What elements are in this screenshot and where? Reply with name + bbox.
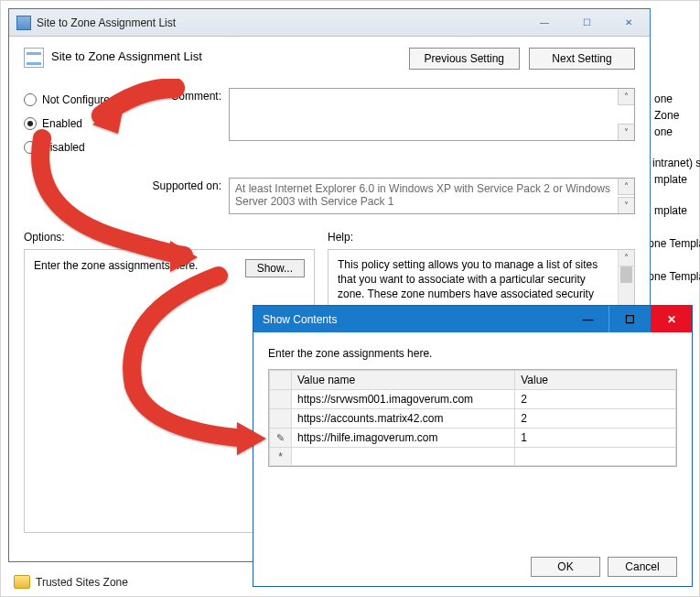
minimize-button[interactable]: —	[523, 9, 565, 36]
radio-dot-icon	[24, 93, 37, 106]
tree-item-label: Trusted Sites Zone	[36, 576, 128, 589]
modal-titlebar[interactable]: Show Contents — ☐ ✕	[253, 306, 692, 332]
new-row-icon	[278, 450, 283, 463]
tree-item-trusted-sites[interactable]: Trusted Sites Zone	[14, 575, 128, 589]
zone-grid[interactable]: Value name Value https://srvwsm001.imago…	[268, 369, 677, 467]
radio-enabled[interactable]: Enabled	[24, 112, 143, 136]
col-header-value[interactable]: Value	[515, 371, 676, 390]
comment-textarea[interactable]: ˄ ˅	[229, 88, 635, 141]
policy-icon	[24, 48, 44, 68]
bg-item: Zone	[654, 109, 679, 122]
scroll-up-icon[interactable]: ˄	[618, 89, 634, 105]
policy-title: Site to Zone Assignment List	[51, 48, 202, 63]
window-icon	[16, 16, 31, 30]
supported-on-text: At least Internet Explorer 6.0 in Window…	[229, 178, 635, 214]
bg-item: intranet) site	[652, 157, 700, 169]
table-row[interactable]: https://srvwsm001.imagoverum.com 2	[270, 390, 676, 409]
previous-setting-button[interactable]: Previous Setting	[409, 48, 520, 70]
table-row-editing[interactable]: https://hilfe.imagoverum.com 1	[270, 429, 676, 448]
cell-name[interactable]: https://hilfe.imagoverum.com	[292, 429, 515, 448]
radio-label: Disabled	[42, 141, 85, 154]
modal-instruction: Enter the zone assignments here.	[268, 347, 677, 360]
show-button[interactable]: Show...	[245, 259, 305, 277]
cell-name[interactable]: https://accounts.matrix42.com	[292, 409, 515, 429]
bg-item: mplate	[654, 173, 687, 186]
col-header-name[interactable]: Value name	[292, 371, 515, 390]
supported-on-label: Supported on:	[143, 178, 229, 192]
next-setting-button[interactable]: Next Setting	[529, 48, 635, 70]
table-row[interactable]: https://accounts.matrix42.com 2	[270, 409, 676, 429]
bg-item: mplate	[654, 204, 687, 217]
maximize-button[interactable]: ☐	[565, 9, 608, 36]
comment-label: Comment:	[143, 88, 229, 103]
titlebar[interactable]: Site to Zone Assignment List — ☐ ✕	[9, 9, 650, 37]
close-button[interactable]: ✕	[608, 9, 650, 36]
scroll-down-icon[interactable]: ˅	[618, 124, 634, 140]
ok-button[interactable]: OK	[531, 557, 600, 577]
options-text: Enter the zone assignments here.	[34, 259, 245, 272]
help-label: Help:	[328, 231, 353, 244]
radio-disabled[interactable]: Disabled	[24, 136, 143, 159]
bg-item: one	[654, 92, 673, 105]
show-contents-dialog: Show Contents — ☐ ✕ Enter the zone assig…	[253, 305, 693, 587]
options-label: Options:	[24, 231, 328, 244]
modal-maximize-button[interactable]: ☐	[608, 306, 651, 332]
scroll-up-icon[interactable]: ˄	[618, 179, 634, 195]
cell-name[interactable]: https://srvwsm001.imagoverum.com	[292, 390, 515, 409]
bg-item: one	[654, 125, 673, 138]
cell-value[interactable]: 1	[515, 429, 676, 448]
cell-value[interactable]: 2	[515, 390, 676, 409]
folder-icon	[14, 575, 30, 589]
radio-dot-icon	[24, 117, 37, 130]
radio-not-configured[interactable]: Not Configured	[24, 88, 143, 112]
radio-dot-icon	[24, 141, 37, 154]
window-title: Site to Zone Assignment List	[37, 16, 523, 29]
modal-title: Show Contents	[263, 313, 337, 326]
modal-close-button[interactable]: ✕	[651, 306, 692, 332]
scroll-thumb[interactable]	[620, 266, 632, 283]
radio-label: Not Configured	[42, 93, 116, 106]
cell-value[interactable]	[515, 448, 676, 466]
radio-label: Enabled	[42, 117, 82, 130]
table-row-new[interactable]	[270, 448, 676, 466]
cell-name[interactable]	[292, 448, 515, 466]
scroll-down-icon[interactable]: ˅	[618, 197, 634, 213]
modal-minimize-button[interactable]: —	[567, 306, 608, 332]
scroll-up-icon[interactable]: ˄	[619, 250, 634, 266]
pencil-icon	[276, 431, 285, 444]
cell-value[interactable]: 2	[515, 409, 676, 429]
cancel-button[interactable]: Cancel	[608, 557, 677, 577]
